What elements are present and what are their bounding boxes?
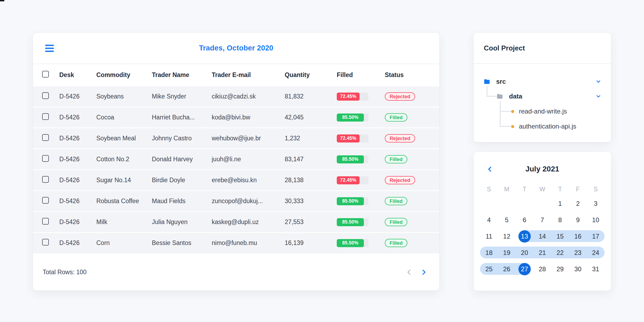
calendar-day[interactable]: 25 [480, 261, 498, 277]
calendar-day[interactable]: 7 [533, 212, 551, 228]
calendar-day[interactable]: 9 [569, 212, 587, 228]
row-checkbox[interactable] [42, 92, 49, 99]
calendar-day [516, 195, 533, 212]
prev-page-icon[interactable] [405, 269, 413, 276]
calendar-week-row: 18 19 20 21 22 23 24 [480, 244, 605, 261]
cell-trader-email: koda@bivi.bw [212, 114, 285, 121]
filled-progress-bar: 85.50% [337, 155, 368, 163]
row-checkbox[interactable] [42, 155, 49, 162]
cell-quantity: 30,333 [285, 197, 337, 205]
calendar-day[interactable]: 15 [551, 228, 569, 244]
trades-card: Trades, October 2020 Desk Commodity Trad… [33, 32, 440, 291]
calendar-day[interactable]: 19 [498, 244, 515, 261]
column-header-trader-name: Trader Name [152, 71, 212, 79]
table-row[interactable]: D-5426 Robusta Coffee Maud Fields zuncop… [33, 190, 439, 211]
status-badge: Filled [385, 155, 407, 163]
status-badge: Rejected [385, 92, 415, 101]
calendar-week-row: 1 2 3 [480, 195, 605, 212]
table-row[interactable]: D-5426 Milk Julia Nguyen kaskeg@dupli.uz… [33, 211, 439, 232]
tree-folder-data[interactable]: data [497, 90, 603, 102]
table-row[interactable]: D-5426 Soybeans Mike Snyder cikiuz@cadzi… [33, 86, 439, 107]
calendar-day[interactable]: 1 [551, 195, 569, 212]
row-checkbox[interactable] [42, 176, 49, 183]
row-checkbox[interactable] [42, 134, 49, 141]
cell-trader-email: kaskeg@dupli.uz [212, 218, 285, 226]
table-row[interactable]: D-5426 Cotton No.2 Donald Harvey juuh@li… [33, 148, 439, 169]
chevron-down-icon[interactable] [595, 79, 601, 85]
status-badge: Filled [385, 218, 407, 226]
calendar-day[interactable]: 23 [569, 244, 587, 261]
cell-commodity: Soybeans [96, 93, 152, 100]
filled-progress-bar: 72.45% [337, 134, 368, 142]
table-row[interactable]: D-5426 Corn Bessie Santos nimo@funeb.mu … [33, 232, 439, 253]
calendar-day[interactable]: 31 [587, 261, 605, 277]
cell-desk: D-5426 [59, 218, 96, 226]
tree-file[interactable]: authentication-api.js [511, 120, 603, 132]
column-header-commodity: Commodity [96, 71, 152, 79]
calendar-day [480, 195, 498, 212]
calendar-day[interactable]: 16 [569, 228, 587, 244]
calendar-day[interactable]: 14 [533, 228, 551, 244]
cell-trader-name: Harriet Bucha... [152, 114, 212, 121]
calendar-day[interactable]: 11 [480, 228, 498, 244]
tree-connector [500, 126, 511, 127]
calendar-week-row: 11 12 13 14 15 16 17 [480, 228, 605, 244]
calendar-day[interactable]: 6 [516, 212, 533, 228]
calendar-day[interactable]: 21 [533, 244, 551, 261]
cell-trader-name: Mike Snyder [152, 93, 212, 100]
project-title: Cool Project [484, 44, 525, 52]
calendar-day[interactable]: 18 [480, 244, 498, 261]
row-checkbox[interactable] [42, 197, 49, 204]
cell-trader-email: cikiuz@cadzi.sk [212, 93, 285, 100]
calendar-month-title: July 2021 [525, 165, 559, 173]
calendar-day[interactable]: 5 [498, 212, 515, 228]
tree-folder-src[interactable]: src [484, 76, 603, 87]
calendar-day[interactable]: 28 [533, 261, 551, 277]
chevron-down-icon[interactable] [595, 93, 601, 99]
cell-trader-email: juuh@li.ne [212, 156, 285, 163]
calendar-day[interactable]: 3 [587, 195, 605, 212]
calendar-card: July 2021 S M T W T F S 1 2 3 4 5 6 7 8 … [473, 152, 611, 291]
weekday-label: F [576, 186, 580, 193]
tree-file[interactable]: read-and-write.js [511, 105, 603, 117]
folder-icon [484, 79, 490, 84]
row-checkbox[interactable] [42, 218, 49, 225]
weekday-label: T [523, 186, 526, 193]
filled-progress-bar: 85.50% [337, 218, 368, 226]
calendar-prev-month-icon[interactable] [486, 166, 493, 173]
calendar-day[interactable]: 27 [516, 261, 533, 277]
row-checkbox[interactable] [42, 113, 49, 120]
tree-connector [486, 86, 488, 97]
calendar-day[interactable]: 4 [480, 212, 498, 228]
calendar-day[interactable]: 20 [516, 244, 533, 261]
row-checkbox[interactable] [42, 239, 49, 246]
table-row[interactable]: D-5426 Sugar No.14 Birdie Doyle erebe@eb… [33, 169, 439, 190]
cell-trader-email: erebe@ebisu.kn [212, 177, 285, 184]
calendar-day[interactable]: 22 [551, 244, 569, 261]
table-row[interactable]: D-5426 Soybean Meal Johnny Castro wehubo… [33, 127, 439, 148]
weekday-label: T [558, 186, 562, 193]
calendar-day[interactable]: 10 [587, 212, 605, 228]
select-all-checkbox[interactable] [42, 71, 49, 78]
cell-quantity: 1,232 [285, 135, 337, 142]
tree-connector [500, 101, 501, 127]
calendar-day[interactable]: 29 [551, 261, 569, 277]
calendar-day[interactable]: 12 [498, 228, 515, 244]
calendar-day[interactable]: 13 [516, 228, 533, 244]
menu-icon[interactable] [44, 43, 55, 53]
cell-commodity: Sugar No.14 [96, 177, 152, 184]
trades-card-header: Trades, October 2020 [33, 33, 439, 64]
weekday-label: M [504, 186, 509, 193]
calendar-day[interactable]: 24 [587, 244, 605, 261]
calendar-day[interactable]: 2 [569, 195, 587, 212]
calendar-day[interactable]: 26 [498, 261, 515, 277]
next-page-icon[interactable] [420, 269, 427, 276]
calendar-day[interactable]: 8 [551, 212, 569, 228]
table-row[interactable]: D-5426 Cocoa Harriet Bucha... koda@bivi.… [33, 107, 439, 127]
status-badge: Filled [385, 113, 407, 122]
calendar-day[interactable]: 30 [569, 261, 587, 277]
tree-folder-label: src [496, 78, 506, 85]
filled-progress-bar: 72.45% [337, 176, 368, 184]
filled-progress-bar: 85.50% [337, 197, 368, 205]
calendar-day[interactable]: 17 [587, 228, 605, 244]
